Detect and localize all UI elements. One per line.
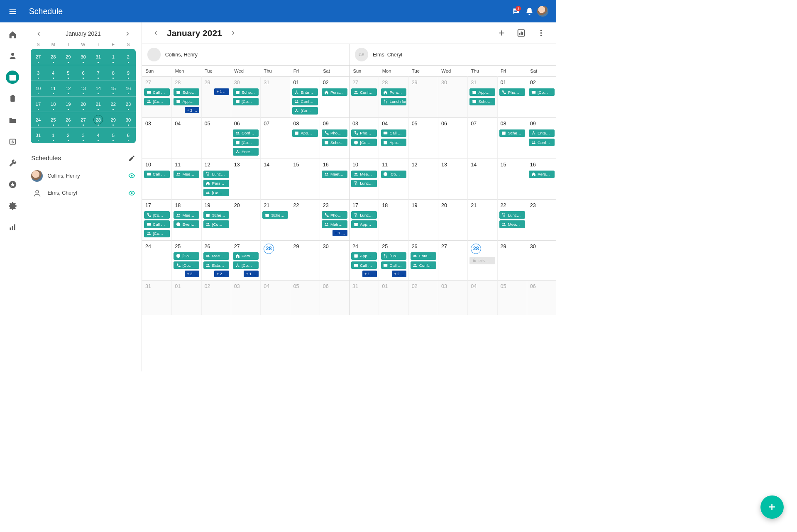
- calendar-cell[interactable]: 11[Co…: [379, 159, 408, 200]
- event-chip[interactable]: Meet…: [322, 171, 347, 178]
- calendar-person[interactable]: CEElms, Cheryl: [349, 44, 556, 66]
- calendar-cell[interactable]: 26Mee…Esta…+ 2 …: [201, 240, 231, 280]
- mini-day[interactable]: 16: [121, 81, 136, 96]
- event-chip[interactable]: [Co…: [233, 98, 259, 105]
- event-chip[interactable]: Sche…: [322, 139, 347, 146]
- mini-day[interactable]: 2: [121, 49, 136, 65]
- mini-day[interactable]: 19: [61, 96, 76, 112]
- event-chip[interactable]: Lunc…: [351, 211, 377, 219]
- calendar-cell[interactable]: 06: [527, 280, 556, 315]
- event-chip[interactable]: [Co…: [144, 211, 170, 219]
- calendar-cell[interactable]: 20: [231, 199, 260, 240]
- calendar-cell[interactable]: 03: [142, 117, 171, 159]
- calendar-cell[interactable]: 27: [438, 240, 467, 280]
- mini-day[interactable]: 29: [106, 112, 121, 127]
- mini-day[interactable]: 7: [91, 65, 106, 81]
- more-events[interactable]: + 2 …: [185, 107, 200, 114]
- calendar-cell[interactable]: 02: [408, 280, 438, 315]
- mini-day[interactable]: 13: [76, 81, 90, 96]
- calendar-cell[interactable]: 24App…Call …+ 1 …: [349, 240, 379, 280]
- event-chip[interactable]: Call …: [144, 88, 170, 96]
- event-chip[interactable]: Conf…: [351, 88, 377, 96]
- calendar-cell[interactable]: 06: [438, 117, 467, 159]
- mini-day[interactable]: 28: [46, 49, 61, 65]
- edit-schedules-button[interactable]: [128, 155, 135, 162]
- event-chip[interactable]: [Co…: [144, 230, 170, 237]
- event-chip[interactable]: [Co…: [203, 189, 229, 196]
- calendar-cell[interactable]: 30: [438, 76, 467, 117]
- event-chip[interactable]: Sche…: [499, 129, 525, 137]
- event-chip[interactable]: [Co…: [292, 107, 318, 115]
- calendar-cell[interactable]: 18Mee…Even…: [171, 199, 201, 240]
- more-events[interactable]: + 1 …: [244, 271, 259, 277]
- calendar-cell[interactable]: 25[Co…Call …+ 2 …: [379, 240, 408, 280]
- calendar-cell[interactable]: 09Ente…Conf…: [527, 117, 556, 159]
- calendar-cell[interactable]: 05: [290, 280, 319, 315]
- event-chip[interactable]: Sche…: [203, 211, 229, 219]
- more-events[interactable]: + 2 …: [214, 271, 229, 277]
- nav-home[interactable]: [6, 28, 19, 41]
- visibility-toggle[interactable]: [128, 190, 135, 197]
- calendar-cell[interactable]: 28Pers…Lunch for Reques…: [379, 76, 408, 117]
- analytics-button[interactable]: [514, 27, 528, 39]
- calendar-person[interactable]: Collins, Henry: [142, 44, 349, 66]
- calendar-cell[interactable]: 04: [467, 280, 497, 315]
- more-events[interactable]: + 1 …: [362, 271, 377, 277]
- event-chip[interactable]: Call …: [144, 171, 170, 178]
- mini-day[interactable]: 1: [106, 49, 121, 65]
- calendar-cell[interactable]: 19Sche…[Co…: [201, 199, 231, 240]
- event-chip[interactable]: [Co…: [529, 88, 555, 96]
- hamburger-menu[interactable]: [7, 5, 19, 17]
- calendar-cell[interactable]: 10Call …: [142, 159, 171, 200]
- calendar-cell[interactable]: 30Sche…[Co…: [231, 76, 260, 117]
- event-chip[interactable]: Even…: [174, 220, 199, 228]
- event-chip[interactable]: Lunch for Reques…: [381, 98, 407, 105]
- calendar-cell[interactable]: 31: [142, 280, 171, 315]
- event-chip[interactable]: [Co…: [144, 98, 170, 105]
- mini-day[interactable]: 10: [31, 81, 46, 96]
- nav-favorites[interactable]: [6, 178, 19, 191]
- calendar-cell[interactable]: 21Sche…: [260, 199, 290, 240]
- calendar-cell[interactable]: 06: [320, 280, 349, 315]
- mini-day[interactable]: 25: [46, 112, 61, 127]
- calendar-cell[interactable]: 23: [527, 199, 556, 240]
- calendar-cell[interactable]: 08App…: [290, 117, 319, 159]
- mini-day[interactable]: 18: [46, 96, 61, 112]
- event-chip[interactable]: App…: [351, 252, 377, 260]
- main-next-month[interactable]: [227, 28, 239, 37]
- calendar-cell[interactable]: 13: [438, 159, 467, 200]
- event-chip[interactable]: Ente…: [233, 148, 259, 155]
- calendar-cell[interactable]: 02Pers…: [320, 76, 349, 117]
- calendar-cell[interactable]: 30: [320, 240, 349, 280]
- event-chip[interactable]: Lunc…: [203, 171, 229, 178]
- event-chip[interactable]: [Co…: [233, 139, 259, 146]
- calendar-cell[interactable]: 28Priv…: [467, 240, 497, 280]
- more-events[interactable]: + 2 …: [185, 271, 200, 277]
- calendar-cell[interactable]: 26Esta…Conf…: [408, 240, 438, 280]
- mini-day[interactable]: 8: [106, 65, 121, 81]
- event-chip[interactable]: Sche…: [262, 211, 288, 219]
- calendar-cell[interactable]: 23Pho…Metr…+ 7 …: [320, 199, 349, 240]
- mini-day[interactable]: 1: [46, 127, 61, 143]
- event-chip[interactable]: App…: [381, 139, 407, 146]
- calendar-cell[interactable]: 15: [290, 159, 319, 200]
- event-chip[interactable]: App…: [292, 129, 318, 137]
- nav-tasks[interactable]: [6, 92, 19, 105]
- event-chip[interactable]: Pho…: [351, 129, 377, 137]
- notifications-button[interactable]: [523, 5, 536, 18]
- calendar-cell[interactable]: 04: [260, 280, 290, 315]
- event-chip[interactable]: Call …: [381, 129, 407, 137]
- calendar-cell[interactable]: 22: [290, 199, 319, 240]
- event-chip[interactable]: Conf…: [529, 139, 555, 146]
- nav-reports[interactable]: [6, 221, 19, 234]
- event-chip[interactable]: Pers…: [322, 88, 347, 96]
- mini-day[interactable]: 22: [106, 96, 121, 112]
- calendar-cell[interactable]: 12Lunc…Pers…[Co…: [201, 159, 231, 200]
- event-chip[interactable]: Call …: [381, 261, 407, 269]
- calendar-cell[interactable]: 06Conf…[Co…Ente…: [231, 117, 260, 159]
- calendar-cell[interactable]: 31: [260, 76, 290, 117]
- event-chip[interactable]: Esta…: [203, 261, 229, 269]
- calendar-cell[interactable]: 01: [171, 280, 201, 315]
- event-chip[interactable]: Call …: [144, 220, 170, 228]
- calendar-cell[interactable]: 07: [260, 117, 290, 159]
